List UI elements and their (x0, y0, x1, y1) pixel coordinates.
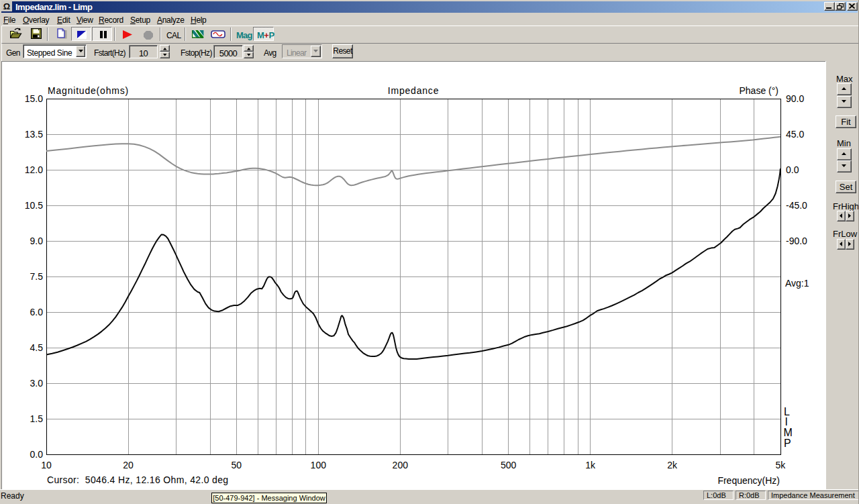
svg-text:13.5: 13.5 (25, 129, 43, 140)
svg-text:90.0: 90.0 (786, 93, 804, 104)
svg-text:M: M (784, 427, 793, 438)
svg-text:5k: 5k (776, 460, 787, 470)
svg-text:Avg:1: Avg:1 (785, 278, 809, 289)
svg-text:500: 500 (501, 460, 517, 470)
svg-text:I: I (785, 416, 788, 427)
svg-text:Frequency(Hz): Frequency(Hz) (717, 475, 780, 486)
svg-text:100: 100 (311, 460, 327, 470)
svg-text:200: 200 (393, 460, 409, 470)
svg-text:Cursor: 5046.4 Hz, 12.16 Ohm,: Cursor: 5046.4 Hz, 12.16 Ohm, 42.0 deg (47, 474, 228, 485)
svg-text:50: 50 (232, 460, 242, 470)
svg-text:Phase (°): Phase (°) (739, 85, 778, 96)
svg-text:Impedance: Impedance (388, 85, 439, 96)
svg-text:-90.0: -90.0 (786, 236, 807, 246)
svg-text:4.5: 4.5 (30, 342, 44, 353)
svg-text:Magnitude(ohms): Magnitude(ohms) (48, 85, 129, 96)
svg-text:1k: 1k (585, 460, 596, 470)
svg-text:15.0: 15.0 (25, 93, 43, 104)
svg-text:12.0: 12.0 (25, 164, 43, 175)
svg-text:20: 20 (123, 460, 134, 470)
svg-text:-45.0: -45.0 (786, 200, 807, 211)
svg-text:10: 10 (41, 460, 52, 470)
svg-text:L: L (784, 406, 790, 417)
svg-text:1.5: 1.5 (30, 413, 44, 424)
svg-text:7.5: 7.5 (30, 271, 44, 282)
svg-text:0.0: 0.0 (786, 164, 799, 175)
svg-text:3.0: 3.0 (30, 378, 44, 389)
svg-text:2k: 2k (667, 460, 678, 470)
svg-text:9.0: 9.0 (30, 236, 44, 246)
svg-text:0.0: 0.0 (30, 449, 44, 460)
svg-text:45.0: 45.0 (786, 129, 804, 140)
svg-text:6.0: 6.0 (30, 307, 44, 317)
svg-text:10.5: 10.5 (25, 200, 43, 211)
svg-text:P: P (784, 438, 791, 449)
